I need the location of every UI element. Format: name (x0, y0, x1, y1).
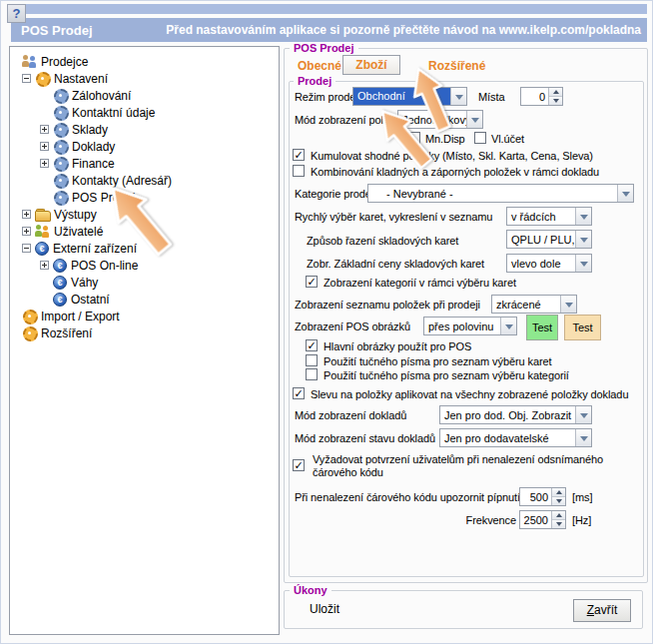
chevron-down-icon[interactable] (575, 406, 591, 423)
rezim-prodeje-select[interactable]: Obchodní (352, 87, 467, 106)
chevron-down-icon[interactable] (575, 255, 591, 272)
pos-obrazky-select[interactable]: přes polovinu (423, 317, 517, 335)
gear-blue-icon (53, 105, 68, 120)
save-button[interactable]: Uložit (310, 602, 339, 616)
help-button[interactable]: ? (7, 4, 26, 23)
tree-item-sklady[interactable]: Sklady (10, 121, 279, 138)
razeni-label: Způsob řazení skladových karet (307, 235, 458, 247)
vyzadovat-checkbox[interactable]: ✓ (293, 459, 305, 471)
test-button-green[interactable]: Test (526, 315, 558, 340)
spinner-arrows-icon[interactable] (551, 511, 565, 528)
tree-item-doklady[interactable]: Doklady (10, 138, 279, 155)
kategorie-select[interactable]: - Nevybrané - (367, 184, 634, 203)
close-button[interactable]: Zavřít (573, 599, 631, 622)
settings-tree[interactable]: ProdejceNastaveníZálohováníKontaktní úda… (9, 46, 280, 635)
mod-polozek-select[interactable]: Jednořádkový (397, 110, 483, 129)
mista-value: 0 (521, 88, 548, 105)
rychly-vyber-select[interactable]: v řádcích (506, 207, 592, 226)
tab-zbozi[interactable]: Zboží (342, 55, 400, 75)
seznam-polozek-value: zkrácené (492, 299, 560, 311)
gear-blue-icon (53, 139, 68, 154)
frekvence-value: 2500 (520, 511, 551, 528)
chevron-down-icon[interactable] (617, 185, 633, 202)
plus-expander-icon[interactable] (22, 210, 31, 219)
hlavni-obrazky-checkbox[interactable]: ✓ (306, 339, 318, 351)
razeni-select[interactable]: QPLU / PLU, Kó (506, 230, 592, 249)
frekvence-unit: [Hz] (572, 514, 591, 526)
kombinovani-checkbox[interactable] (293, 165, 305, 177)
minus-expander-icon[interactable] (22, 244, 31, 253)
spinner-arrows-icon[interactable] (548, 88, 562, 105)
people-icon (22, 54, 37, 69)
chevron-down-icon[interactable] (575, 429, 591, 446)
tree-item-label: Sklady (72, 123, 108, 137)
tree-item-vahy[interactable]: €Váhy (10, 274, 279, 291)
tucne-karet-checkbox[interactable] (306, 354, 318, 366)
vl-ucet-label: Vl.účet (491, 133, 524, 145)
tucne-kategorii-label: Použití tučného písma pro seznam výběru … (324, 369, 569, 381)
tree-item-label: Kontaktní údaje (72, 106, 155, 120)
tree-item-zalohovani[interactable]: Zálohování (10, 87, 279, 104)
test-button-orange[interactable]: Test (564, 315, 601, 340)
window-notice: Před nastavováním aplikace si pozorně př… (166, 23, 641, 37)
mod-dokladu-select[interactable]: Jen pro dod. Obj. Zobrazit (439, 405, 592, 424)
euro-icon: € (53, 293, 67, 307)
zobrazeni-kategorii-checkbox[interactable]: ✓ (306, 276, 318, 288)
kategorie-value: - Nevybrané - (368, 188, 617, 200)
tree-item-pos-on-line[interactable]: €POS On-line (10, 257, 279, 274)
tree-item-kontakty-adresar[interactable]: Kontakty (Adresář) (10, 172, 279, 189)
mod-stavu-select[interactable]: Jen pro dodavatelské (439, 428, 592, 447)
tree-item-prodejce[interactable]: Prodejce (10, 53, 279, 70)
minus-expander-icon[interactable] (22, 74, 31, 83)
tree-item-import-export[interactable]: Import / Export (10, 308, 279, 324)
tree-item-vystupy[interactable]: Výstupy (10, 206, 279, 223)
tab-obecne[interactable]: Obecné (298, 59, 341, 73)
rychly-vyber-label: Rychlý výběr karet, vykreslení v seznamu (295, 211, 492, 223)
gear-orange-icon (22, 325, 37, 340)
pipnuti-spinner[interactable]: 500 (519, 487, 566, 506)
chevron-down-icon[interactable] (466, 111, 482, 128)
spinner-arrows-icon[interactable] (551, 488, 565, 505)
plus-expander-icon[interactable] (40, 142, 49, 151)
mista-spinner[interactable]: 0 (520, 87, 563, 106)
kumulovat-checkbox[interactable]: ✓ (293, 149, 305, 161)
tree-item-finance[interactable]: Finance (10, 155, 279, 172)
plus-expander-icon[interactable] (40, 261, 49, 270)
tree-item-nastaveni[interactable]: Nastavení (10, 70, 279, 87)
zakladni-ceny-value: vlevo dole (507, 258, 575, 270)
tree-item-label: Doklady (72, 140, 115, 154)
frekvence-spinner[interactable]: 2500 (519, 510, 566, 529)
mn-disp-label: Mn.Disp (425, 133, 465, 145)
seznam-polozek-select[interactable]: zkrácené (491, 295, 577, 314)
tree-item-pos-prodej[interactable]: POS Prodej (10, 189, 279, 206)
mod-dokladu-label: Mód zobrazení dokladů (295, 409, 406, 421)
tree-item-ostatni[interactable]: €Ostatní (10, 291, 279, 308)
tucne-kategorii-checkbox[interactable] (306, 368, 318, 380)
tree-item-label: Import / Export (41, 310, 120, 323)
zobrazeni-kategorii-label: Zobrazení kategorií v rámci výběru karet (324, 277, 516, 289)
plus-expander-icon[interactable] (40, 125, 49, 134)
plus-expander-icon[interactable] (22, 227, 31, 236)
chevron-down-icon[interactable] (575, 231, 591, 248)
ukony-groupbox-caption: Úkony (290, 584, 331, 596)
tree-item-externi-zarizeni[interactable]: €Externí zařízení (10, 240, 279, 257)
tree-item-kontaktni-udaje[interactable]: Kontaktní údaje (10, 104, 279, 121)
chevron-down-icon[interactable] (500, 318, 516, 334)
pos-prodej-groupbox-caption: POS Prodej (290, 42, 358, 54)
tree-item-rozsireni[interactable]: Rozšíření (10, 324, 279, 341)
mn-disp-checkbox[interactable] (408, 132, 420, 144)
slevu-label: Slevu na položky aplikovat na všechny zo… (311, 388, 628, 400)
chevron-down-icon[interactable] (560, 296, 576, 313)
vl-ucet-checkbox[interactable] (474, 132, 486, 144)
folder-icon (35, 207, 50, 222)
tree-item-label: Rozšíření (41, 326, 92, 340)
chevron-down-icon[interactable] (450, 88, 466, 105)
tab-rozsirene[interactable]: Rozšířené (428, 59, 485, 73)
chevron-down-icon[interactable] (575, 208, 591, 225)
zakladni-ceny-select[interactable]: vlevo dole (506, 254, 592, 273)
pos-prodej-window: ? POS Prodej Před nastavováním aplikace … (0, 0, 653, 644)
slevu-checkbox[interactable]: ✓ (293, 387, 305, 399)
plus-expander-icon[interactable] (40, 159, 49, 168)
tree-item-uzivatele[interactable]: Uživatelé (10, 223, 279, 240)
gear-blue-icon (53, 156, 68, 171)
